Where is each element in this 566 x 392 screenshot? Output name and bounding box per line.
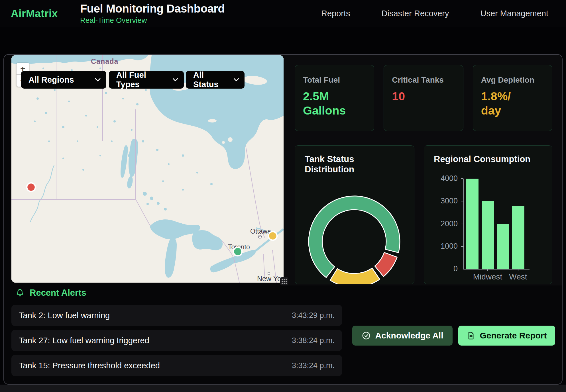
map-label-country: Canada: [91, 57, 118, 65]
map: Canada Ottawa Toronto New York + −: [11, 55, 284, 283]
charts-row: Tank Status Distribution Regional Consum…: [295, 145, 552, 284]
chart-title: Regional Consumption: [424, 146, 552, 164]
alert-timestamp: 3:33:24 p.m.: [292, 361, 335, 370]
brand-logo[interactable]: AirMatrix: [11, 8, 58, 20]
regional-consumption-chart-card: Regional Consumption 01000200030004000Mi…: [424, 145, 552, 284]
chart-title: Tank Status Distribution: [295, 146, 414, 175]
chevron-down-icon: [95, 78, 101, 81]
y-axis-tick: [461, 178, 463, 179]
y-axis-tick-label: 0: [424, 264, 458, 273]
x-axis-tick: [518, 269, 518, 271]
status-filter-value: All Status: [193, 70, 229, 89]
alert-actions: Acknowledge All Generate Report: [352, 326, 555, 346]
stat-label: Critical Tanks: [392, 75, 455, 85]
map-viewport: Canada Ottawa Toronto New York: [11, 55, 284, 283]
regional-consumption-bar-chart: 01000200030004000MidwestWest: [463, 179, 530, 270]
stats-row: Total Fuel 2.5MGallons Critical Tanks 10…: [295, 65, 552, 131]
tank-marker-warning[interactable]: [268, 232, 277, 240]
stat-card-critical-tanks: Critical Tanks 10: [384, 65, 463, 131]
page-subtitle: Real-Time Overview: [80, 16, 225, 25]
acknowledge-all-button[interactable]: Acknowledge All: [352, 326, 453, 346]
nav-reports[interactable]: Reports: [321, 9, 350, 18]
alert-row: Tank 2: Low fuel warning 3:43:29 p.m.: [11, 305, 342, 326]
alert-row: Tank 27: Low fuel warning triggered 3:38…: [11, 330, 342, 351]
metrics-panel: Total Fuel 2.5MGallons Critical Tanks 10…: [284, 55, 562, 285]
page-title: Fuel Monitoring Dashboard: [80, 2, 225, 15]
footer-strip: [0, 385, 566, 392]
stat-value: 10: [392, 89, 455, 103]
x-axis-tick-label: Midwest: [473, 272, 502, 281]
fuel-type-filter-select[interactable]: All Fuel Types: [109, 71, 184, 89]
nav-user-management[interactable]: User Management: [480, 9, 548, 18]
chevron-down-icon: [234, 78, 239, 81]
bar-region-1: [482, 201, 494, 269]
acknowledge-all-label: Acknowledge All: [375, 331, 443, 340]
bell-icon: [15, 288, 25, 297]
dashboard-container: Canada Ottawa Toronto New York + −: [3, 54, 563, 385]
stat-label: Total Fuel: [303, 75, 366, 85]
bar-region-2: [497, 224, 509, 269]
tank-marker-critical[interactable]: [27, 183, 35, 191]
alert-text: Tank 2: Low fuel warning: [19, 311, 110, 320]
x-axis-tick: [487, 269, 488, 271]
y-axis-tick-label: 2000: [424, 219, 458, 228]
stat-value: 2.5MGallons: [303, 89, 366, 118]
stat-card-total-fuel: Total Fuel 2.5MGallons: [295, 65, 374, 131]
y-axis-tick: [461, 201, 463, 201]
y-axis-tick-label: 1000: [424, 242, 458, 251]
nav-disaster-recovery[interactable]: Disaster Recovery: [382, 9, 449, 18]
alerts-title: Recent Alerts: [30, 288, 86, 298]
stat-card-avg-depletion: Avg Depletion 1.8%/day: [473, 65, 552, 131]
stat-value: 1.8%/day: [481, 89, 544, 118]
ottawa-town-dot-center: [259, 236, 260, 237]
fuel-type-filter-value: All Fuel Types: [116, 70, 168, 89]
check-circle-icon: [362, 331, 371, 340]
chevron-down-icon: [173, 78, 178, 81]
map-label-ottawa: Ottawa: [250, 228, 271, 235]
tank-status-donut-chart: [295, 177, 414, 284]
donut-segment-critical: [375, 252, 397, 276]
resize-grip-handle[interactable]: [280, 277, 288, 285]
alert-row: Tank 15: Pressure threshold exceeded 3:3…: [11, 355, 342, 376]
grip-dots-icon: [282, 279, 283, 280]
recent-alerts-section: Recent Alerts Tank 2: Low fuel warning 3…: [11, 288, 342, 380]
y-axis-tick-label: 4000: [424, 174, 458, 183]
y-axis-tick: [461, 269, 463, 269]
generate-report-button[interactable]: Generate Report: [458, 326, 555, 346]
status-filter-select[interactable]: All Status: [186, 71, 245, 89]
bar-region-0: [466, 179, 479, 269]
x-axis-tick-label: West: [509, 272, 527, 281]
document-icon: [467, 331, 475, 340]
y-axis-tick: [461, 246, 463, 247]
tank-marker-normal[interactable]: [233, 247, 242, 256]
generate-report-label: Generate Report: [480, 331, 547, 340]
region-filter-value: All Regions: [28, 75, 74, 85]
tank-status-chart-card: Tank Status Distribution: [295, 145, 414, 284]
stat-label: Avg Depletion: [481, 75, 544, 85]
region-filter-select[interactable]: All Regions: [21, 71, 106, 89]
y-axis-tick: [461, 224, 463, 224]
alert-text: Tank 27: Low fuel warning triggered: [19, 336, 149, 345]
main-nav: Reports Disaster Recovery User Managemen…: [321, 9, 566, 18]
alert-text: Tank 15: Pressure threshold exceeded: [19, 361, 160, 370]
bar-region-3: [512, 206, 524, 269]
app-header: AirMatrix Fuel Monitoring Dashboard Real…: [0, 0, 566, 27]
alerts-header: Recent Alerts: [11, 288, 342, 298]
map-label-new-york: New York: [257, 275, 284, 283]
page: AirMatrix Fuel Monitoring Dashboard Real…: [0, 0, 566, 392]
map-canvas[interactable]: Canada Ottawa Toronto New York: [11, 55, 284, 283]
alert-timestamp: 3:38:24 p.m.: [292, 336, 335, 345]
y-axis-tick-label: 3000: [424, 197, 458, 205]
alert-timestamp: 3:43:29 p.m.: [292, 311, 335, 320]
donut-segment-warning: [330, 268, 380, 284]
title-block: Fuel Monitoring Dashboard Real-Time Over…: [80, 2, 225, 25]
new-york-town-dot: [268, 272, 270, 274]
